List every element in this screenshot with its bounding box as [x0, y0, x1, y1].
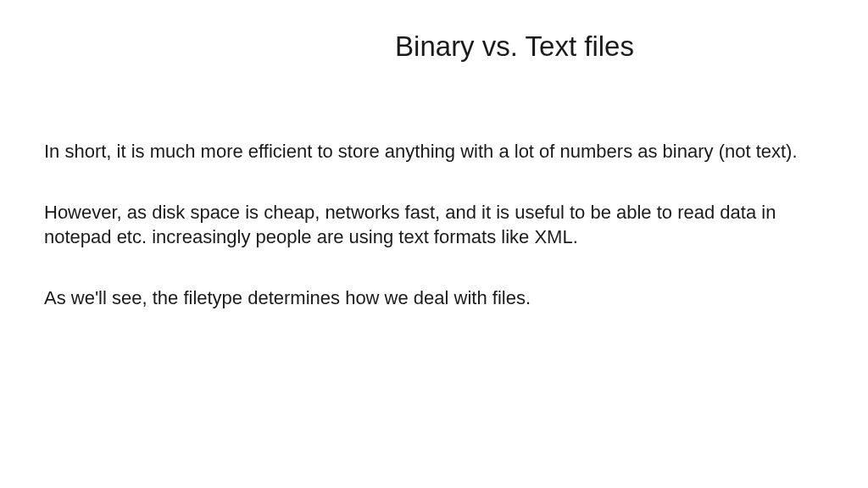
paragraph-1: In short, it is much more efficient to s…	[44, 139, 826, 164]
slide-title: Binary vs. Text files	[203, 30, 826, 63]
paragraph-2: However, as disk space is cheap, network…	[44, 200, 826, 250]
slide-body: In short, it is much more efficient to s…	[42, 139, 826, 311]
paragraph-3: As we'll see, the filetype determines ho…	[44, 286, 826, 311]
